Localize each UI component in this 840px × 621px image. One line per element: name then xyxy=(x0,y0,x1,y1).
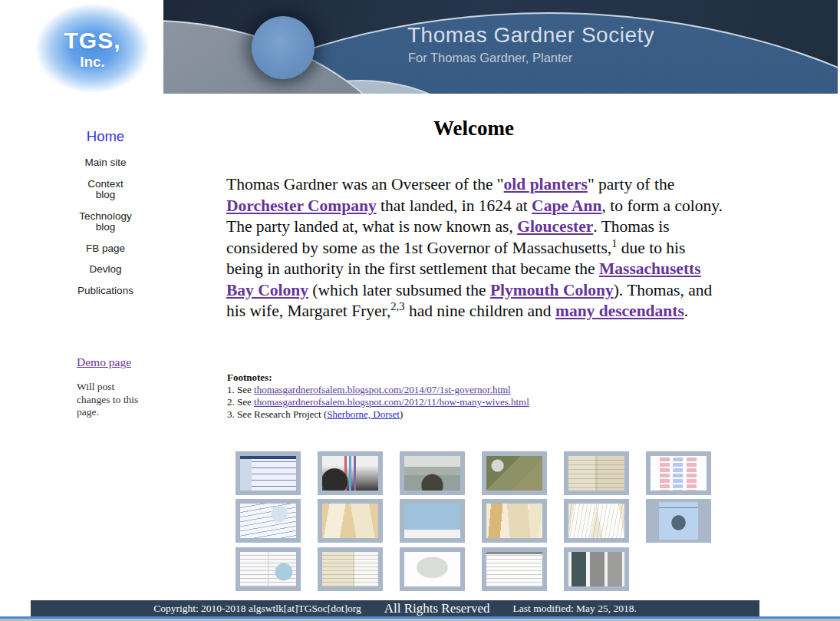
thumbnail-image-lineage-chart xyxy=(651,456,707,491)
paragraph-link[interactable]: old planters xyxy=(504,175,588,193)
thumbnail-deeds-cream[interactable] xyxy=(482,499,547,543)
thumbnail-image-three-books xyxy=(568,552,624,586)
page-title: Welcome xyxy=(226,117,721,140)
thumbnail-image-massachusetts-magazine-cover xyxy=(322,552,378,586)
text-run: that landed, in 1624 at xyxy=(377,197,532,215)
thumbnail-us-map[interactable] xyxy=(400,547,465,591)
footer-last-modified: Last modified: May 25, 2018. xyxy=(513,603,637,615)
thumbnail-massachusetts-magazine-cover[interactable] xyxy=(318,547,383,591)
site-subtitle: For Thomas Gardner, Planter xyxy=(408,51,572,65)
thumbnail-old-papers[interactable] xyxy=(318,499,383,543)
logo-text-inc: Inc. xyxy=(37,54,148,71)
thumbnail-newspaper-spread[interactable] xyxy=(236,547,301,591)
sidebar-item-home[interactable]: Home xyxy=(46,128,165,144)
header-banner: Thomas Gardner Society For Thomas Gardne… xyxy=(163,0,838,94)
text-run: 2. See xyxy=(227,396,254,408)
thumbnail-shore-photo[interactable] xyxy=(400,451,465,495)
banner-circle-decoration xyxy=(252,16,315,79)
intro-paragraph: Thomas Gardner was an Overseer of the "o… xyxy=(226,174,725,322)
sidebar-note: Will post changes to this page. xyxy=(77,381,150,419)
footer-copyright: Copyright: 2010-2018 algswtlk[at]TGSoc[d… xyxy=(153,603,361,615)
thumbnail-image-browser-collage xyxy=(240,504,296,538)
text-run: (which later subsumed the xyxy=(308,281,490,299)
thumbnail-row-3 xyxy=(236,547,629,591)
logo-text-tgs: TGS, xyxy=(37,28,148,54)
sidebar-item-context-blog[interactable]: Context blog xyxy=(46,179,165,201)
thumbnail-image-us-map xyxy=(404,552,460,586)
thumbnail-webpage-home[interactable] xyxy=(236,451,301,495)
thumbnail-image-shore-photo xyxy=(404,456,460,491)
thumbnail-ship-book-cover[interactable] xyxy=(646,499,711,543)
sidebar-item-technology-blog[interactable]: Technology blog xyxy=(46,211,165,233)
thumbnail-image-ship-book-cover xyxy=(659,502,698,540)
footnotes: Footnotes: 1. See thomasgardnerofsalem.b… xyxy=(227,372,529,421)
text-run: ) xyxy=(400,408,403,420)
footnotes-title: Footnotes: xyxy=(227,372,529,384)
thumbnail-lineage-chart[interactable] xyxy=(646,451,711,495)
text-run: Thomas Gardner was an Overseer of the " xyxy=(226,175,504,193)
thumbnail-image-typed-docs xyxy=(568,504,624,538)
page: TGS, Inc. Thomas Gardner Society For Tho… xyxy=(0,0,840,621)
footnote-1: 1. See thomasgardnerofsalem.blogspot.com… xyxy=(227,384,529,396)
sidebar-item-fb-page[interactable]: FB page xyxy=(46,243,165,255)
text-run: had nine children and xyxy=(405,302,555,320)
thumbnail-image-massachusetts-magazine-spread xyxy=(568,456,624,491)
sidebar-item-publications[interactable]: Publications xyxy=(46,286,165,297)
thumbnail-image-old-papers xyxy=(322,504,378,538)
footnote-link[interactable]: thomasgardnerofsalem.blogspot.com/2012/1… xyxy=(254,396,529,408)
sidebar-item-devlog[interactable]: Devlog xyxy=(46,264,165,276)
thumbnail-row-1 xyxy=(236,451,711,495)
thumbnail-typed-docs[interactable] xyxy=(564,499,629,543)
site-title: Thomas Gardner Society xyxy=(407,23,654,48)
sidebar-item-main-site[interactable]: Main site xyxy=(46,157,165,169)
paragraph-link[interactable]: Gloucester xyxy=(517,217,593,236)
thumbnail-image-webpage-home xyxy=(240,456,296,491)
thumbnail-image-american-genealogist xyxy=(404,504,460,538)
tgs-logo[interactable]: TGS, Inc. xyxy=(37,5,148,92)
demo-page-link[interactable]: Demo page xyxy=(77,355,131,369)
thumbnail-image-newspaper-spread xyxy=(240,552,296,586)
thumbnail-image-genealogical-ad xyxy=(486,552,542,586)
thumbnail-image-deeds-cream xyxy=(486,504,542,538)
footnote-3: 3. See Research Project (Sherborne, Dors… xyxy=(227,408,529,421)
thumbnail-image-portrait-collage xyxy=(322,456,378,491)
thumbnail-row-2 xyxy=(236,499,711,543)
text-run: . xyxy=(684,302,688,320)
footnote-2: 2. See thomasgardnerofsalem.blogspot.com… xyxy=(227,396,529,408)
footnote-link[interactable]: thomasgardnerofsalem.blogspot.com/2014/0… xyxy=(254,384,511,395)
sidebar-nav: HomeMain siteContext blogTechnology blog… xyxy=(46,128,165,306)
thumbnail-massachusetts-magazine-spread[interactable] xyxy=(564,451,629,495)
thumbnail-browser-collage[interactable] xyxy=(236,499,301,543)
paragraph-link[interactable]: Dorchester Company xyxy=(226,197,377,215)
paragraph-link[interactable]: Cape Ann xyxy=(532,197,601,215)
text-run: 3. See Research Project ( xyxy=(227,408,327,420)
footer: Copyright: 2010-2018 algswtlk[at]TGSoc[d… xyxy=(31,600,759,616)
paragraph-link[interactable]: Plymouth Colony xyxy=(490,281,614,299)
thumbnail-three-books[interactable] xyxy=(564,547,629,591)
thumbnail-satellite-map[interactable] xyxy=(482,451,547,495)
footer-rights: All Rights Reserved xyxy=(384,601,490,616)
footnotes-list: 1. See thomasgardnerofsalem.blogspot.com… xyxy=(227,384,529,421)
footnote-reference: 2,3 xyxy=(390,300,404,312)
text-run: 1. See xyxy=(227,384,254,395)
paragraph-link[interactable]: many descendants xyxy=(555,302,684,320)
thumbnail-genealogical-ad[interactable] xyxy=(482,547,547,591)
thumbnail-american-genealogist[interactable] xyxy=(400,499,465,543)
footnote-link[interactable]: Sherborne, Dorset xyxy=(327,408,400,420)
thumbnail-image-satellite-map xyxy=(486,456,542,491)
text-run: " party of the xyxy=(588,175,674,193)
thumbnail-portrait-collage[interactable] xyxy=(318,451,383,495)
